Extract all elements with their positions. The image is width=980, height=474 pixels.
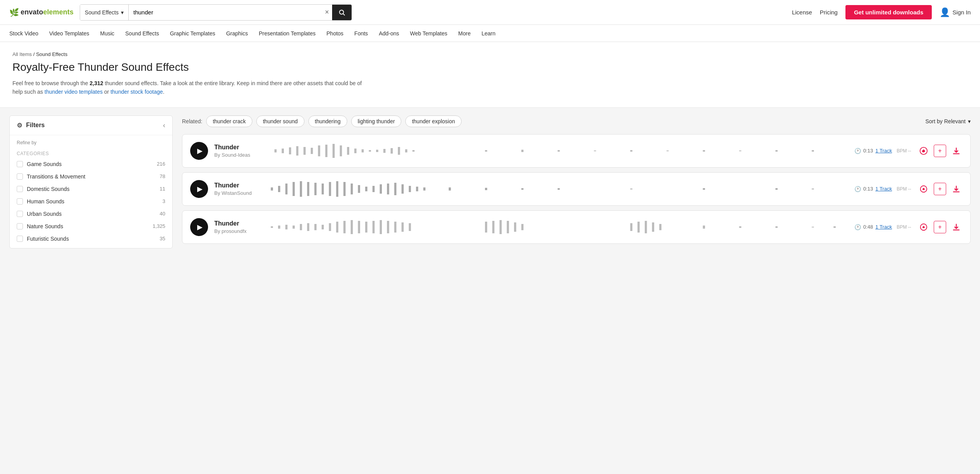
filter-urban-checkbox[interactable] bbox=[17, 211, 23, 217]
filter-urban: Urban Sounds 40 bbox=[10, 208, 172, 220]
nav-stock-video[interactable]: Stock Video bbox=[9, 29, 38, 38]
sound-info-3: Thunder By prosoundfx bbox=[214, 220, 261, 234]
track-link-2[interactable]: 1 Track bbox=[875, 186, 892, 192]
nav-web-templates[interactable]: Web Templates bbox=[410, 29, 447, 38]
bpm-1: BPM -- bbox=[897, 148, 911, 154]
pricing-link[interactable]: Pricing bbox=[820, 9, 838, 16]
logo[interactable]: 🌿 envato elements bbox=[9, 8, 74, 17]
nav-fonts[interactable]: Fonts bbox=[354, 29, 368, 38]
svg-rect-89 bbox=[522, 224, 524, 230]
nav-graphic-templates[interactable]: Graphic Templates bbox=[170, 29, 215, 38]
tag-lighting-thunder[interactable]: lighting thunder bbox=[351, 115, 402, 127]
logo-leaf-icon: 🌿 bbox=[9, 8, 19, 17]
add-to-collection-button-1[interactable]: + bbox=[934, 145, 946, 157]
track-link-3[interactable]: 1 Track bbox=[875, 224, 892, 230]
user-icon: 👤 bbox=[940, 7, 950, 17]
tag-thunder-sound[interactable]: thunder sound bbox=[256, 115, 304, 127]
download-button-3[interactable] bbox=[950, 221, 962, 233]
license-link[interactable]: License bbox=[792, 9, 812, 16]
header: 🌿 envato elements Sound Effects ▾ × Lice… bbox=[0, 0, 980, 25]
track-link-1[interactable]: 1 Track bbox=[875, 148, 892, 154]
logo-envato-text: envato bbox=[21, 8, 43, 16]
download-button-1[interactable] bbox=[950, 145, 962, 157]
sound-title-3: Thunder bbox=[214, 220, 261, 227]
duration-2: 0:13 bbox=[863, 186, 873, 192]
tag-thunder-crack[interactable]: thunder crack bbox=[206, 115, 252, 127]
svg-rect-39 bbox=[314, 183, 317, 195]
svg-point-0 bbox=[340, 10, 344, 14]
waveform-2[interactable] bbox=[267, 180, 848, 198]
svg-rect-20 bbox=[405, 149, 408, 152]
nav-sound-effects[interactable]: Sound Effects bbox=[125, 29, 159, 38]
sort-chevron-icon: ▾ bbox=[968, 118, 971, 124]
favorite-button-3[interactable] bbox=[917, 221, 930, 233]
thunder-stock-footage-link[interactable]: thunder stock footage bbox=[110, 89, 163, 95]
nav-presentation-templates[interactable]: Presentation Templates bbox=[259, 29, 315, 38]
hero-or-text: or bbox=[104, 89, 110, 95]
filter-nature-checkbox[interactable] bbox=[17, 223, 23, 229]
svg-rect-7 bbox=[311, 148, 313, 154]
add-to-collection-button-3[interactable]: + bbox=[934, 221, 946, 233]
get-unlimited-button[interactable]: Get unlimited downloads bbox=[845, 5, 932, 19]
svg-rect-9 bbox=[325, 145, 327, 157]
search-input[interactable] bbox=[129, 5, 322, 20]
filter-domestic-checkbox[interactable] bbox=[17, 186, 23, 192]
filters-close-button[interactable]: ‹ bbox=[163, 121, 165, 129]
waveform-3[interactable] bbox=[267, 218, 848, 236]
clock-icon-3: 🕐 bbox=[854, 224, 861, 230]
tag-thunder-explosion[interactable]: thunder explosion bbox=[405, 115, 462, 127]
nav-video-templates[interactable]: Video Templates bbox=[49, 29, 89, 38]
filter-transitions-checkbox[interactable] bbox=[17, 173, 23, 180]
svg-rect-10 bbox=[332, 144, 335, 158]
bpm-2: BPM -- bbox=[897, 186, 911, 192]
waveform-1[interactable] bbox=[267, 142, 848, 160]
svg-rect-54 bbox=[423, 187, 425, 191]
svg-rect-26 bbox=[630, 150, 633, 152]
nav-addons[interactable]: Add-ons bbox=[379, 29, 399, 38]
svg-rect-12 bbox=[347, 147, 349, 155]
svg-rect-36 bbox=[292, 182, 295, 196]
svg-rect-48 bbox=[380, 184, 382, 194]
filter-sliders-icon: ⚙ bbox=[17, 122, 22, 129]
search-submit-button[interactable] bbox=[332, 5, 352, 20]
download-button-2[interactable] bbox=[950, 183, 962, 195]
play-button-3[interactable]: ▶ bbox=[190, 218, 208, 236]
filter-futuristic-label: Futuristic Sounds bbox=[27, 236, 156, 242]
search-category-dropdown[interactable]: Sound Effects ▾ bbox=[80, 5, 129, 20]
svg-rect-99 bbox=[833, 226, 836, 228]
svg-rect-94 bbox=[659, 224, 662, 230]
filter-futuristic-checkbox[interactable] bbox=[17, 236, 23, 242]
search-clear-button[interactable]: × bbox=[322, 8, 332, 16]
bpm-3: BPM -- bbox=[897, 224, 911, 230]
svg-rect-6 bbox=[303, 147, 306, 155]
sort-by-dropdown[interactable]: Sort by Relevant ▾ bbox=[926, 118, 971, 124]
add-to-collection-button-2[interactable]: + bbox=[934, 183, 946, 195]
svg-rect-76 bbox=[358, 221, 360, 233]
thunder-video-templates-link[interactable]: thunder video templates bbox=[45, 89, 103, 95]
breadcrumb-all-items[interactable]: All Items bbox=[12, 51, 32, 57]
filter-game-sounds-label: Game Sounds bbox=[27, 161, 153, 167]
tag-thundering[interactable]: thundering bbox=[308, 115, 347, 127]
svg-rect-83 bbox=[409, 223, 411, 231]
play-button-1[interactable]: ▶ bbox=[190, 142, 208, 160]
favorite-button-1[interactable] bbox=[917, 145, 930, 157]
svg-rect-45 bbox=[358, 185, 360, 193]
favorite-button-2[interactable] bbox=[917, 183, 930, 195]
nav-music[interactable]: Music bbox=[100, 29, 114, 38]
filter-human-count: 3 bbox=[163, 198, 165, 204]
svg-rect-4 bbox=[289, 147, 291, 154]
svg-rect-37 bbox=[300, 181, 302, 197]
sign-in-button[interactable]: 👤 Sign In bbox=[940, 7, 971, 17]
nav-photos[interactable]: Photos bbox=[327, 29, 344, 38]
svg-rect-67 bbox=[292, 226, 295, 229]
nav-graphics[interactable]: Graphics bbox=[226, 29, 248, 38]
sound-info-2: Thunder By WistanSound bbox=[214, 182, 261, 196]
svg-line-1 bbox=[343, 14, 345, 15]
nav-more[interactable]: More bbox=[458, 29, 471, 38]
filter-game-sounds-checkbox[interactable] bbox=[17, 161, 23, 167]
svg-rect-23 bbox=[522, 150, 524, 152]
svg-rect-78 bbox=[373, 221, 375, 233]
nav-learn[interactable]: Learn bbox=[481, 29, 495, 38]
filter-human-checkbox[interactable] bbox=[17, 198, 23, 205]
play-button-2[interactable]: ▶ bbox=[190, 180, 208, 198]
